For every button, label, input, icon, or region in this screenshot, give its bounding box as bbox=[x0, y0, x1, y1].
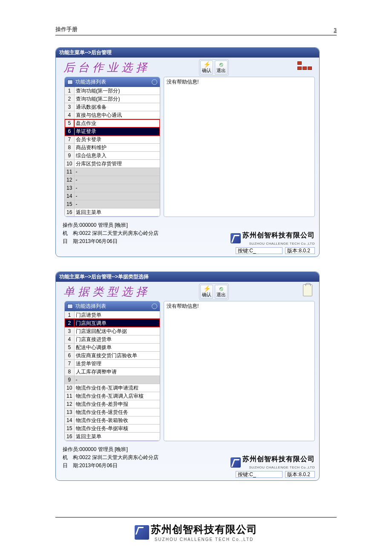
confirm-button[interactable]: ⚡确认 bbox=[200, 285, 213, 299]
list-item[interactable]: 3通讯数据准备 bbox=[65, 103, 160, 111]
window-title: 功能主菜单-->后台管理-->单据类型选择 bbox=[56, 272, 319, 282]
list-item[interactable]: 3门店退回配送中心单据 bbox=[65, 327, 160, 335]
doc-footer: 苏州创智科技有限公司 SUZHOU CHALLENGE TECH Co.,LTD bbox=[55, 517, 337, 542]
app-window-1: 功能主菜单-->后台管理后台作业选择⚡确认⎋退出功能选择列表1查询功能(第一部分… bbox=[55, 47, 320, 257]
refresh-icon[interactable] bbox=[152, 79, 157, 85]
section-title: 后台作业选择 bbox=[63, 60, 150, 75]
monitor-icon bbox=[67, 80, 73, 84]
clipboard-icon[interactable] bbox=[303, 284, 312, 296]
app-window-2: 功能主菜单-->后台管理-->单据类型选择单据类型选择⚡确认⎋退出功能选择列表1… bbox=[55, 272, 320, 481]
company-logo-icon bbox=[231, 233, 241, 243]
list-item[interactable]: 13- bbox=[65, 184, 160, 192]
list-item[interactable]: 9- bbox=[65, 376, 160, 384]
status-version: 版本:8.0.2 bbox=[285, 247, 315, 254]
list-item[interactable]: 2查询功能(第二部分) bbox=[65, 95, 160, 103]
footer-company-en: SUZHOU CHALLENGE TECH Co.,LTD bbox=[155, 537, 254, 542]
list-item[interactable]: 4直接与信息中心通讯 bbox=[65, 111, 160, 119]
list-item[interactable]: 10分库区货位存货管理 bbox=[65, 160, 160, 168]
list-item[interactable]: 6单证登录 bbox=[65, 127, 160, 136]
footer-info: 操作员:000000 管理员 [晚班]机 构:0022 深圳二天堂大药房东心岭分… bbox=[63, 445, 159, 470]
confirm-button[interactable]: ⚡确认 bbox=[200, 61, 213, 75]
list-item[interactable]: 12- bbox=[65, 176, 160, 184]
list-item[interactable]: 6供应商直接交货门店验收单 bbox=[65, 351, 160, 359]
footer-info: 操作员:000000 管理员 [晚班]机 构:0022 深圳二天堂大药房东心岭分… bbox=[63, 221, 159, 246]
lightning-icon: ⚡ bbox=[202, 286, 211, 292]
page-number: 3 bbox=[334, 27, 337, 33]
list-item[interactable]: 2门店间互调单 bbox=[65, 319, 160, 327]
monitor-icon bbox=[67, 304, 73, 309]
help-panel: 没有帮助信息! bbox=[164, 77, 315, 217]
status-version: 版本:8.0.2 bbox=[285, 471, 315, 478]
menu-list: 功能选择列表1门店请货单2门店间互调单3门店退回配送中心单据4门店直接进货单5配… bbox=[64, 301, 160, 441]
list-item[interactable]: 10物流作业任务-互调申请流程 bbox=[65, 384, 160, 392]
exit-button[interactable]: ⎋退出 bbox=[215, 61, 228, 75]
company-logo-icon bbox=[231, 457, 241, 468]
exit-button[interactable]: ⎋退出 bbox=[215, 285, 228, 299]
list-item[interactable]: 1查询功能(第一部分) bbox=[65, 87, 160, 95]
list-item[interactable]: 5配送中心调拨单 bbox=[65, 343, 160, 351]
list-header-label: 功能选择列表 bbox=[75, 78, 106, 86]
footer-company-cn: 苏州创智科技有限公司 bbox=[151, 524, 257, 535]
list-item[interactable]: 8人工库存调整申请 bbox=[65, 367, 160, 376]
list-item[interactable]: 9综合信息录入 bbox=[65, 152, 160, 160]
list-item[interactable]: 11物流作业任务-互调调入店审核 bbox=[65, 392, 160, 400]
lightning-icon: ⚡ bbox=[202, 61, 211, 67]
status-key: 按键:C_ bbox=[236, 471, 282, 478]
doc-title: 操作手册 bbox=[55, 26, 78, 33]
list-item[interactable]: 8商品资料维护 bbox=[65, 144, 160, 152]
list-item[interactable]: 15物流作业任务-单据审核 bbox=[65, 424, 160, 432]
company-block: 苏州创智科技有限公司SUZHOU CHALLENGE TECH Co.,LTD bbox=[231, 231, 315, 246]
refresh-icon[interactable] bbox=[152, 304, 157, 309]
doc-header: 操作手册 3 bbox=[55, 26, 337, 35]
list-item[interactable]: 5盘点作业 bbox=[65, 119, 160, 127]
org-chart-icon[interactable] bbox=[297, 61, 312, 71]
list-item[interactable]: 14- bbox=[65, 192, 160, 200]
section-title: 单据类型选择 bbox=[63, 284, 150, 299]
list-item[interactable]: 4门店直接进货单 bbox=[65, 335, 160, 343]
list-item[interactable]: 14物流作业任务-装箱验收 bbox=[65, 416, 160, 424]
list-item[interactable]: 13物流作业任务-退货任务 bbox=[65, 408, 160, 416]
list-item[interactable]: 15- bbox=[65, 200, 160, 208]
window-title: 功能主菜单-->后台管理 bbox=[56, 48, 319, 58]
list-item[interactable]: 16返回主菜单 bbox=[65, 208, 160, 217]
company-logo-icon bbox=[135, 525, 149, 540]
list-item[interactable]: 7会员卡登录 bbox=[65, 136, 160, 144]
status-key: 按键:C_ bbox=[236, 247, 282, 254]
exit-icon: ⎋ bbox=[216, 61, 226, 67]
company-block: 苏州创智科技有限公司SUZHOU CHALLENGE TECH Co.,LTD bbox=[231, 455, 315, 470]
menu-list: 功能选择列表1查询功能(第一部分)2查询功能(第二部分)3通讯数据准备4直接与信… bbox=[64, 77, 160, 217]
help-panel: 没有帮助信息! bbox=[164, 301, 315, 441]
list-header-label: 功能选择列表 bbox=[75, 303, 106, 310]
list-item[interactable]: 1门店请货单 bbox=[65, 311, 160, 319]
list-item[interactable]: 11- bbox=[65, 168, 160, 176]
list-item[interactable]: 16返回主菜单 bbox=[65, 432, 160, 440]
list-item[interactable]: 12物流作业任务-差异申报 bbox=[65, 400, 160, 408]
list-item[interactable]: 7送货单管理 bbox=[65, 359, 160, 367]
exit-icon: ⎋ bbox=[216, 286, 226, 292]
